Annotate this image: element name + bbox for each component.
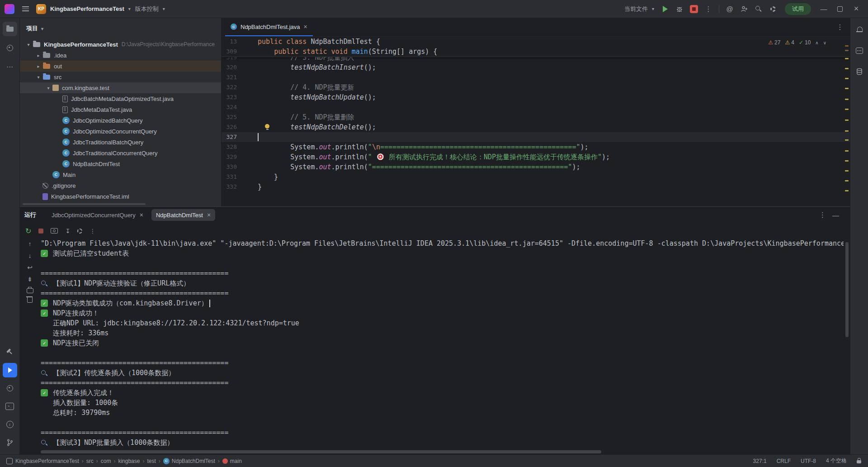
debug-button[interactable] xyxy=(673,3,686,15)
horizontal-scrollbar[interactable] xyxy=(23,203,146,205)
project-panel-header[interactable]: 项目 ▾ xyxy=(20,18,221,39)
print-icon[interactable] xyxy=(27,288,33,293)
passed-count-badge[interactable]: ✓10 xyxy=(799,39,811,46)
close-icon[interactable]: × xyxy=(304,23,307,30)
code-line[interactable]: 326 testNdpBatchDelete(); xyxy=(222,122,850,132)
console-settings-button[interactable] xyxy=(77,229,82,234)
run-button[interactable] xyxy=(659,3,671,15)
stripe-mark[interactable] xyxy=(845,58,849,59)
tree-item[interactable]: .gitignore xyxy=(20,180,221,191)
project-widget[interactable]: KP KingbasePerformanceTest ▾ xyxy=(36,4,131,14)
stripe-mark[interactable] xyxy=(845,139,849,141)
run-configuration-selector[interactable]: 当前文件 ▾ xyxy=(624,5,654,13)
scroll-to-end-button[interactable]: ⇟ xyxy=(25,275,35,284)
lock-icon[interactable] xyxy=(857,458,862,464)
code-line[interactable]: 329 System.out.println(" 所有测试执行完成！核心结论：N… xyxy=(222,152,850,162)
tree-item[interactable]: ▸out xyxy=(20,61,221,71)
code-line[interactable]: 331 } xyxy=(222,172,850,182)
chevron-down-icon[interactable]: ▾ xyxy=(34,75,42,80)
file-encoding[interactable]: UTF-8 xyxy=(801,458,816,464)
vcs-widget[interactable]: 版本控制 ▾ xyxy=(135,5,165,13)
notifications-button[interactable] xyxy=(852,23,867,37)
run-options-button[interactable]: ⋮ xyxy=(819,211,826,219)
stripe-mark[interactable] xyxy=(845,68,849,69)
caret-position[interactable]: 327:1 xyxy=(753,458,767,464)
stripe-mark[interactable] xyxy=(845,88,849,89)
settings-button[interactable] xyxy=(767,3,779,15)
stop-process-button[interactable] xyxy=(38,229,43,234)
toolbar-more-button[interactable]: ⋮ xyxy=(90,228,95,234)
code-line[interactable]: 321 xyxy=(222,72,850,82)
code-line[interactable]: 325 // 5. NDP批量删除 xyxy=(222,112,850,122)
tree-item[interactable]: CJdbcOptimizedBatchQuery xyxy=(20,115,221,126)
tree-item[interactable]: CNdpBatchDmlTest xyxy=(20,158,221,169)
tree-item[interactable]: JdbcMetaDataTest.java xyxy=(20,104,221,115)
database-tool-button[interactable] xyxy=(852,64,867,79)
clear-console-button[interactable] xyxy=(27,297,33,303)
error-stripe[interactable] xyxy=(844,37,849,206)
intention-bulb-icon[interactable] xyxy=(264,124,270,130)
import-test-results-button[interactable]: ↧ xyxy=(65,228,70,234)
breadcrumb-item[interactable]: com xyxy=(101,458,111,464)
soft-wrap-button[interactable]: ↩ xyxy=(25,263,35,272)
stripe-mark[interactable] xyxy=(845,78,849,79)
main-menu-button[interactable] xyxy=(19,3,32,15)
breadcrumb-item[interactable]: CNdpBatchDmlTest xyxy=(163,458,215,464)
code-line[interactable]: 330 System.out.println("================… xyxy=(222,162,850,172)
sticky-code-line[interactable]: 309 public static void main(String[] arg… xyxy=(222,47,850,57)
breadcrumb-item[interactable]: src xyxy=(86,458,94,464)
stripe-mark[interactable] xyxy=(845,190,849,191)
run-tab[interactable]: NdpBatchDmlTest× xyxy=(151,209,215,221)
tree-item[interactable]: ▾src xyxy=(20,71,221,82)
stripe-mark[interactable] xyxy=(845,50,849,51)
code-line[interactable]: 323 testNdpBatchUpdate(); xyxy=(222,92,850,102)
inspections-widget[interactable]: ⚠27 ⚠4 ✓10 ∧ ∨ xyxy=(768,39,826,46)
run-tab[interactable]: JdbcOptimizedConcurrentQuery× xyxy=(47,209,148,221)
code-line[interactable]: 332} xyxy=(222,182,850,192)
tree-item[interactable]: CJdbcTraditionalBatchQuery xyxy=(20,137,221,148)
code-line[interactable]: 319 // 3. NDP批量插入 xyxy=(222,57,850,62)
ai-assistant-button[interactable]: @ xyxy=(723,3,736,15)
build-tool-button[interactable] xyxy=(3,345,17,359)
commit-tool-button[interactable] xyxy=(3,41,17,55)
services-tool-button[interactable] xyxy=(3,381,17,396)
code-with-me-button[interactable] xyxy=(738,3,750,15)
console-output[interactable]: "D:\Program Files\Java\jdk-11\bin\java.e… xyxy=(41,238,844,449)
chevron-down-icon[interactable]: ▾ xyxy=(24,42,33,47)
stripe-mark[interactable] xyxy=(845,99,849,100)
problems-tool-button[interactable]: i xyxy=(3,417,17,432)
maximize-button[interactable] xyxy=(833,3,847,15)
tree-item[interactable]: CJdbcTraditionalConcurrentQuery xyxy=(20,148,221,158)
tree-item[interactable]: KingbasePerformanceTest.iml xyxy=(20,191,221,202)
stripe-mark[interactable] xyxy=(845,150,849,152)
sticky-code-line[interactable]: 13public class NdpBatchDmlTest { xyxy=(222,37,850,47)
code-line[interactable]: 327 xyxy=(222,132,850,142)
thread-dump-button[interactable] xyxy=(51,228,58,234)
stripe-mark[interactable] xyxy=(845,170,849,172)
tree-item[interactable]: CJdbcOptimizedConcurrentQuery xyxy=(20,126,221,137)
stripe-mark[interactable] xyxy=(845,119,849,121)
chevron-right-icon[interactable]: ▸ xyxy=(34,53,42,58)
tree-item[interactable]: CMain xyxy=(20,169,221,180)
breadcrumb-item[interactable]: main xyxy=(222,458,242,464)
next-problem-button[interactable]: ∨ xyxy=(823,40,826,45)
editor-body[interactable]: 13public class NdpBatchDmlTest {309 publ… xyxy=(222,37,850,206)
tree-item[interactable]: JdbcBatchMetaDataOptimizedTest.java xyxy=(20,93,221,104)
stripe-mark[interactable] xyxy=(845,180,849,181)
line-separator[interactable]: CRLF xyxy=(777,458,791,464)
code-line[interactable]: 328 System.out.println("\n==============… xyxy=(222,142,850,152)
tree-item[interactable]: ▾KingbasePerformanceTestD:\JavaProjects\… xyxy=(20,39,221,50)
chevron-right-icon[interactable]: ▸ xyxy=(34,64,42,69)
rerun-button[interactable]: ↻ xyxy=(25,227,31,235)
next-occurrence-button[interactable]: ↓ xyxy=(25,251,35,260)
horizontal-scrollbar[interactable] xyxy=(41,450,601,453)
tree-item[interactable]: ▾com.kingbase.test xyxy=(20,82,221,93)
previous-problem-button[interactable]: ∧ xyxy=(815,40,818,45)
stripe-mark[interactable] xyxy=(845,109,849,110)
vertical-scrollbar[interactable] xyxy=(845,242,849,337)
stripe-mark[interactable] xyxy=(845,130,849,132)
stripe-mark[interactable] xyxy=(845,160,849,162)
warning-count-badge[interactable]: ⚠4 xyxy=(785,39,794,46)
search-everywhere-button[interactable] xyxy=(752,3,765,15)
close-icon[interactable]: × xyxy=(140,211,143,219)
